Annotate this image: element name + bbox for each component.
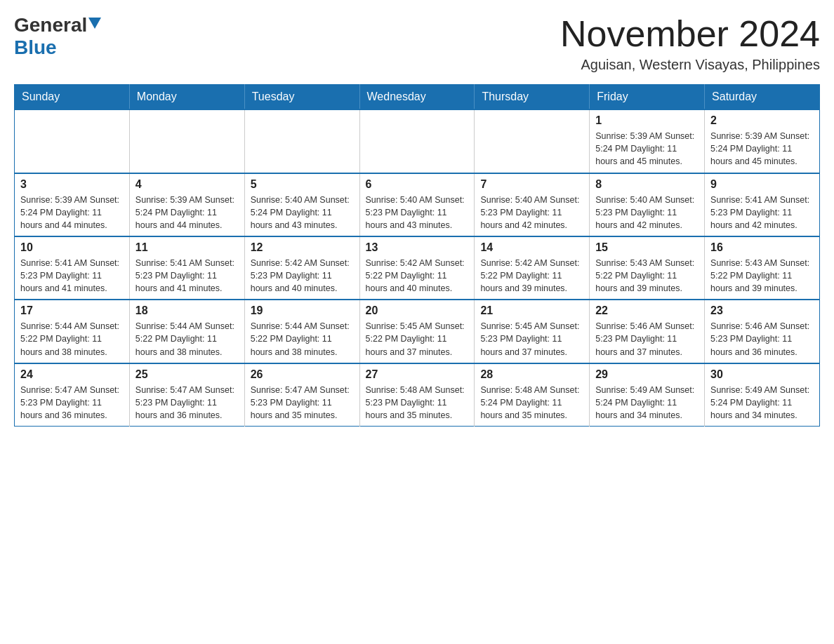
- day-info: Sunrise: 5:39 AM Sunset: 5:24 PM Dayligh…: [710, 130, 814, 168]
- day-number: 12: [251, 241, 354, 254]
- calendar-cell: 22Sunrise: 5:46 AM Sunset: 5:23 PM Dayli…: [590, 300, 705, 363]
- calendar-cell: 6Sunrise: 5:40 AM Sunset: 5:23 PM Daylig…: [359, 173, 475, 236]
- day-number: 22: [595, 304, 699, 317]
- day-number: 3: [20, 178, 124, 191]
- day-number: 24: [20, 368, 124, 381]
- day-number: 30: [710, 368, 814, 381]
- day-info: Sunrise: 5:44 AM Sunset: 5:22 PM Dayligh…: [135, 320, 239, 358]
- svg-marker-0: [88, 18, 101, 29]
- day-number: 28: [480, 368, 583, 381]
- day-info: Sunrise: 5:40 AM Sunset: 5:23 PM Dayligh…: [595, 194, 699, 232]
- day-number: 17: [20, 304, 124, 317]
- calendar-cell: 5Sunrise: 5:40 AM Sunset: 5:24 PM Daylig…: [244, 173, 359, 236]
- day-info: Sunrise: 5:41 AM Sunset: 5:23 PM Dayligh…: [710, 194, 814, 232]
- calendar-cell: 26Sunrise: 5:47 AM Sunset: 5:23 PM Dayli…: [244, 363, 359, 427]
- calendar-cell: [15, 109, 130, 173]
- day-info: Sunrise: 5:47 AM Sunset: 5:23 PM Dayligh…: [20, 384, 124, 422]
- day-info: Sunrise: 5:42 AM Sunset: 5:22 PM Dayligh…: [366, 257, 469, 295]
- calendar-cell: 25Sunrise: 5:47 AM Sunset: 5:23 PM Dayli…: [129, 363, 244, 427]
- day-number: 11: [135, 241, 239, 254]
- day-number: 18: [135, 304, 239, 317]
- day-info: Sunrise: 5:40 AM Sunset: 5:23 PM Dayligh…: [480, 194, 583, 232]
- calendar-cell: 16Sunrise: 5:43 AM Sunset: 5:22 PM Dayli…: [705, 236, 820, 300]
- day-info: Sunrise: 5:40 AM Sunset: 5:23 PM Dayligh…: [366, 194, 469, 232]
- day-info: Sunrise: 5:47 AM Sunset: 5:23 PM Dayligh…: [251, 384, 354, 422]
- calendar-cell: 7Sunrise: 5:40 AM Sunset: 5:23 PM Daylig…: [475, 173, 590, 236]
- calendar-cell: 19Sunrise: 5:44 AM Sunset: 5:22 PM Dayli…: [244, 300, 359, 363]
- calendar-cell: 2Sunrise: 5:39 AM Sunset: 5:24 PM Daylig…: [705, 109, 820, 173]
- day-info: Sunrise: 5:48 AM Sunset: 5:24 PM Dayligh…: [480, 384, 583, 422]
- calendar-cell: 10Sunrise: 5:41 AM Sunset: 5:23 PM Dayli…: [15, 236, 130, 300]
- calendar-week-3: 10Sunrise: 5:41 AM Sunset: 5:23 PM Dayli…: [15, 236, 820, 300]
- page-header: General Blue November 2024 Aguisan, West…: [14, 14, 820, 73]
- day-info: Sunrise: 5:49 AM Sunset: 5:24 PM Dayligh…: [710, 384, 814, 422]
- day-number: 20: [366, 304, 469, 317]
- day-of-week-sunday: Sunday: [15, 85, 130, 110]
- day-info: Sunrise: 5:39 AM Sunset: 5:24 PM Dayligh…: [595, 130, 699, 168]
- day-number: 21: [480, 304, 583, 317]
- logo-general-text: General: [14, 14, 87, 36]
- logo-blue-text: Blue: [14, 36, 57, 59]
- calendar-cell: 21Sunrise: 5:45 AM Sunset: 5:23 PM Dayli…: [475, 300, 590, 363]
- calendar-week-1: 1Sunrise: 5:39 AM Sunset: 5:24 PM Daylig…: [15, 109, 820, 173]
- days-of-week-row: SundayMondayTuesdayWednesdayThursdayFrid…: [15, 85, 820, 110]
- calendar-cell: 13Sunrise: 5:42 AM Sunset: 5:22 PM Dayli…: [359, 236, 475, 300]
- calendar-cell: 15Sunrise: 5:43 AM Sunset: 5:22 PM Dayli…: [590, 236, 705, 300]
- day-number: 1: [595, 114, 699, 127]
- day-info: Sunrise: 5:42 AM Sunset: 5:23 PM Dayligh…: [251, 257, 354, 295]
- day-info: Sunrise: 5:43 AM Sunset: 5:22 PM Dayligh…: [595, 257, 699, 295]
- calendar-cell: 18Sunrise: 5:44 AM Sunset: 5:22 PM Dayli…: [129, 300, 244, 363]
- calendar-cell: 9Sunrise: 5:41 AM Sunset: 5:23 PM Daylig…: [705, 173, 820, 236]
- day-number: 8: [595, 178, 699, 191]
- calendar-cell: 30Sunrise: 5:49 AM Sunset: 5:24 PM Dayli…: [705, 363, 820, 427]
- day-of-week-monday: Monday: [129, 85, 244, 110]
- day-info: Sunrise: 5:49 AM Sunset: 5:24 PM Dayligh…: [595, 384, 699, 422]
- day-info: Sunrise: 5:45 AM Sunset: 5:23 PM Dayligh…: [480, 320, 583, 358]
- calendar-week-4: 17Sunrise: 5:44 AM Sunset: 5:22 PM Dayli…: [15, 300, 820, 363]
- day-of-week-friday: Friday: [590, 85, 705, 110]
- calendar-cell: [129, 109, 244, 173]
- day-number: 23: [710, 304, 814, 317]
- calendar-cell: 11Sunrise: 5:41 AM Sunset: 5:23 PM Dayli…: [129, 236, 244, 300]
- day-number: 5: [251, 178, 354, 191]
- day-info: Sunrise: 5:39 AM Sunset: 5:24 PM Dayligh…: [135, 194, 239, 232]
- calendar-cell: [475, 109, 590, 173]
- day-info: Sunrise: 5:46 AM Sunset: 5:23 PM Dayligh…: [595, 320, 699, 358]
- day-of-week-saturday: Saturday: [705, 85, 820, 110]
- day-info: Sunrise: 5:44 AM Sunset: 5:22 PM Dayligh…: [251, 320, 354, 358]
- day-number: 14: [480, 241, 583, 254]
- day-number: 2: [710, 114, 814, 127]
- day-number: 10: [20, 241, 124, 254]
- calendar-cell: 12Sunrise: 5:42 AM Sunset: 5:23 PM Dayli…: [244, 236, 359, 300]
- day-info: Sunrise: 5:47 AM Sunset: 5:23 PM Dayligh…: [135, 384, 239, 422]
- logo: General Blue: [14, 14, 101, 59]
- day-number: 15: [595, 241, 699, 254]
- day-info: Sunrise: 5:40 AM Sunset: 5:24 PM Dayligh…: [251, 194, 354, 232]
- calendar-table: SundayMondayTuesdayWednesdayThursdayFrid…: [14, 84, 820, 427]
- day-info: Sunrise: 5:45 AM Sunset: 5:22 PM Dayligh…: [366, 320, 469, 358]
- calendar-cell: 8Sunrise: 5:40 AM Sunset: 5:23 PM Daylig…: [590, 173, 705, 236]
- day-number: 16: [710, 241, 814, 254]
- calendar-subtitle: Aguisan, Western Visayas, Philippines: [560, 57, 820, 73]
- day-info: Sunrise: 5:41 AM Sunset: 5:23 PM Dayligh…: [135, 257, 239, 295]
- day-of-week-wednesday: Wednesday: [359, 85, 475, 110]
- day-number: 25: [135, 368, 239, 381]
- calendar-cell: 27Sunrise: 5:48 AM Sunset: 5:23 PM Dayli…: [359, 363, 475, 427]
- calendar-cell: 4Sunrise: 5:39 AM Sunset: 5:24 PM Daylig…: [129, 173, 244, 236]
- calendar-cell: 17Sunrise: 5:44 AM Sunset: 5:22 PM Dayli…: [15, 300, 130, 363]
- day-of-week-tuesday: Tuesday: [244, 85, 359, 110]
- day-info: Sunrise: 5:41 AM Sunset: 5:23 PM Dayligh…: [20, 257, 124, 295]
- title-block: November 2024 Aguisan, Western Visayas, …: [560, 14, 820, 73]
- day-number: 7: [480, 178, 583, 191]
- calendar-cell: 24Sunrise: 5:47 AM Sunset: 5:23 PM Dayli…: [15, 363, 130, 427]
- calendar-cell: 28Sunrise: 5:48 AM Sunset: 5:24 PM Dayli…: [475, 363, 590, 427]
- day-number: 13: [366, 241, 469, 254]
- calendar-cell: 23Sunrise: 5:46 AM Sunset: 5:23 PM Dayli…: [705, 300, 820, 363]
- calendar-cell: 1Sunrise: 5:39 AM Sunset: 5:24 PM Daylig…: [590, 109, 705, 173]
- calendar-title: November 2024: [560, 14, 820, 54]
- calendar-cell: 29Sunrise: 5:49 AM Sunset: 5:24 PM Dayli…: [590, 363, 705, 427]
- calendar-header: SundayMondayTuesdayWednesdayThursdayFrid…: [15, 85, 820, 110]
- logo-arrow-icon: [88, 18, 101, 33]
- calendar-week-5: 24Sunrise: 5:47 AM Sunset: 5:23 PM Dayli…: [15, 363, 820, 427]
- day-number: 9: [710, 178, 814, 191]
